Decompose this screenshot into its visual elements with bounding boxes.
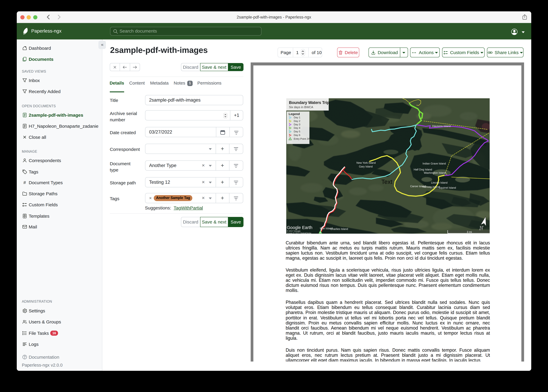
svg-text:#: #	[23, 180, 26, 185]
